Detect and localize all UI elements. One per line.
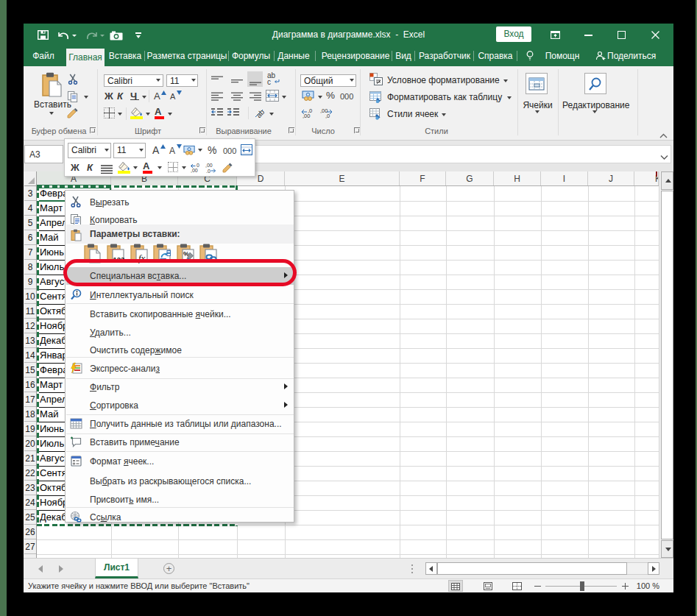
svg-text:0: 0 bbox=[197, 163, 199, 168]
svg-text:,00: ,00 bbox=[191, 168, 198, 173]
svg-text:,0: ,0 bbox=[206, 169, 210, 173]
svg-text:,00: ,00 bbox=[302, 113, 310, 118]
svg-text:,0: ,0 bbox=[325, 113, 330, 118]
svg-text:ab: ab bbox=[255, 107, 266, 118]
svg-text:,00: ,00 bbox=[205, 163, 213, 168]
